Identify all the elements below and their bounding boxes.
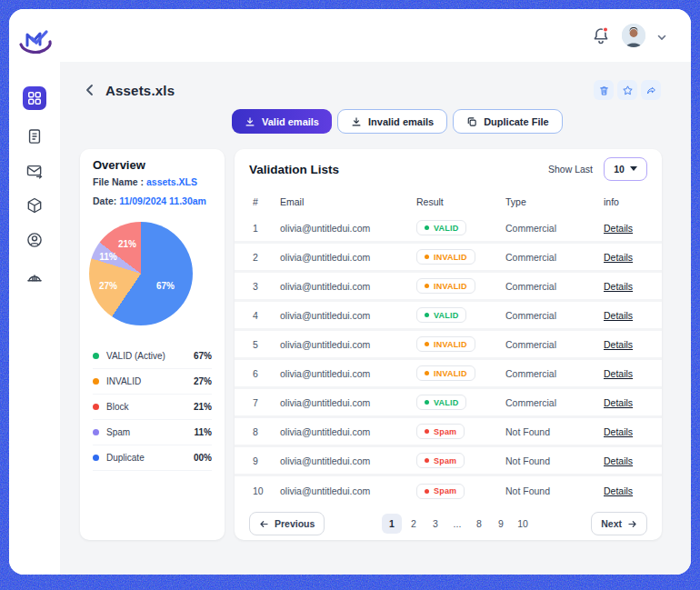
file-name-line: File Name : assets.XLS [93, 176, 197, 187]
col-type: Type [505, 196, 604, 207]
page-numbers: 1 2 3 ... 8 9 10 [382, 514, 533, 534]
col-info: info [604, 196, 662, 207]
row-result: Spam [416, 424, 505, 439]
status-label: Spam [434, 486, 456, 495]
page-number[interactable]: 1 [382, 514, 402, 534]
details-link[interactable]: Details [604, 310, 633, 321]
download-icon [245, 116, 255, 127]
status-label: Spam [434, 456, 456, 465]
page-number[interactable]: ... [447, 514, 467, 534]
page-number[interactable]: 9 [491, 514, 511, 534]
row-type: Commercial [505, 223, 604, 234]
row-info: Details [604, 310, 662, 321]
table-row: 9 olivia@untitledui.com Spam Not Found D… [235, 447, 662, 476]
row-result: VALID [416, 220, 505, 235]
details-link[interactable]: Details [604, 368, 633, 379]
col-number: # [253, 196, 280, 207]
row-type: Not Found [505, 455, 604, 466]
details-link[interactable]: Details [604, 281, 633, 292]
table-header: Validation Lists Show Last 10 [249, 156, 647, 182]
row-result: VALID [416, 307, 505, 323]
status-dot-icon [425, 313, 429, 317]
sidebar-item-analytics[interactable] [23, 263, 46, 286]
pie-slice-label: 67% [156, 281, 175, 291]
next-button[interactable]: Next [591, 512, 647, 535]
status-label: INVALID [434, 369, 467, 378]
app-logo[interactable] [16, 20, 56, 60]
show-last-dropdown[interactable]: 10 [604, 157, 647, 181]
back-button[interactable] [82, 82, 98, 98]
delete-button[interactable] [594, 80, 614, 100]
details-link[interactable]: Details [604, 485, 633, 496]
sidebar-item-lists[interactable] [23, 125, 46, 148]
mail-check-logo-icon [16, 20, 56, 60]
status-label: INVALID [434, 253, 467, 262]
sidebar-item-account[interactable] [23, 228, 46, 252]
row-result: INVALID [416, 336, 505, 352]
status-dot-icon [425, 371, 429, 375]
previous-label: Previous [275, 518, 315, 529]
details-link[interactable]: Details [604, 397, 633, 408]
table-row: 3 olivia@untitledui.com INVALID Commerci… [235, 273, 662, 302]
invalid-emails-button[interactable]: Invalid emails [337, 109, 447, 134]
pagination: Previous 1 2 3 ... 8 9 [249, 512, 647, 535]
legend-percent: 67% [194, 351, 212, 361]
status-label: INVALID [434, 282, 467, 291]
row-number: 3 [253, 281, 280, 292]
row-type: Commercial [505, 397, 604, 408]
details-link[interactable]: Details [604, 339, 633, 350]
details-link[interactable]: Details [604, 223, 633, 234]
legend-dot [93, 378, 99, 385]
valid-emails-button[interactable]: Valid emails [232, 109, 332, 134]
legend-item: Spam 11% [93, 420, 212, 445]
row-info: Details [604, 455, 662, 466]
row-result: VALID [416, 395, 505, 410]
row-email: olivia@untitledui.com [280, 455, 416, 466]
status-label: INVALID [434, 340, 467, 349]
legend-label: Duplicate [106, 453, 186, 463]
details-link[interactable]: Details [604, 252, 633, 263]
chevron-left-icon [82, 82, 98, 98]
row-email: olivia@untitledui.com [280, 281, 416, 292]
details-link[interactable]: Details [604, 426, 633, 437]
show-last-label: Show Last [548, 164, 593, 175]
status-label: VALID [434, 224, 458, 233]
favorite-button[interactable] [617, 80, 637, 100]
status-badge: INVALID [416, 365, 475, 381]
sidebar-item-email[interactable] [23, 159, 46, 183]
page-number[interactable]: 10 [513, 514, 533, 534]
date-value: 11/09/2024 11.30am [119, 195, 206, 206]
page-number[interactable]: 2 [404, 514, 424, 534]
page-title: Assets.xls [105, 83, 175, 98]
page-number[interactable]: 3 [425, 514, 445, 534]
status-badge: VALID [416, 395, 466, 410]
status-label: VALID [434, 398, 458, 407]
sidebar-item-packages[interactable] [23, 194, 46, 217]
validation-lists-card: Validation Lists Show Last 10 # Email Re… [235, 149, 662, 540]
previous-button[interactable]: Previous [249, 512, 325, 535]
row-number: 2 [253, 252, 280, 263]
page-number[interactable]: 8 [469, 514, 489, 534]
sidebar-item-dashboard[interactable] [23, 86, 46, 110]
details-link[interactable]: Details [604, 455, 633, 466]
pie-slice-label: 27% [99, 281, 117, 291]
row-info: Details [604, 223, 662, 234]
row-type: Commercial [505, 310, 604, 321]
share-button[interactable] [641, 80, 661, 100]
status-badge: VALID [416, 220, 466, 235]
arrow-left-icon [259, 519, 269, 529]
chevron-down-icon[interactable] [656, 30, 667, 41]
notification-bell-icon[interactable] [591, 25, 611, 45]
duplicate-file-button[interactable]: Duplicate File [453, 109, 563, 134]
row-email: olivia@untitledui.com [280, 426, 416, 437]
row-type: Commercial [505, 252, 604, 263]
row-info: Details [604, 368, 662, 379]
pie-legend: VALID (Active) 67% INVALID 27% Block 21% [93, 344, 212, 471]
analytics-chart-icon [25, 265, 44, 284]
row-info: Details [604, 252, 662, 263]
col-email: Email [280, 196, 416, 207]
file-tools [594, 80, 661, 100]
status-dot-icon [425, 255, 429, 259]
user-avatar[interactable] [622, 24, 645, 47]
row-result: INVALID [416, 365, 505, 381]
